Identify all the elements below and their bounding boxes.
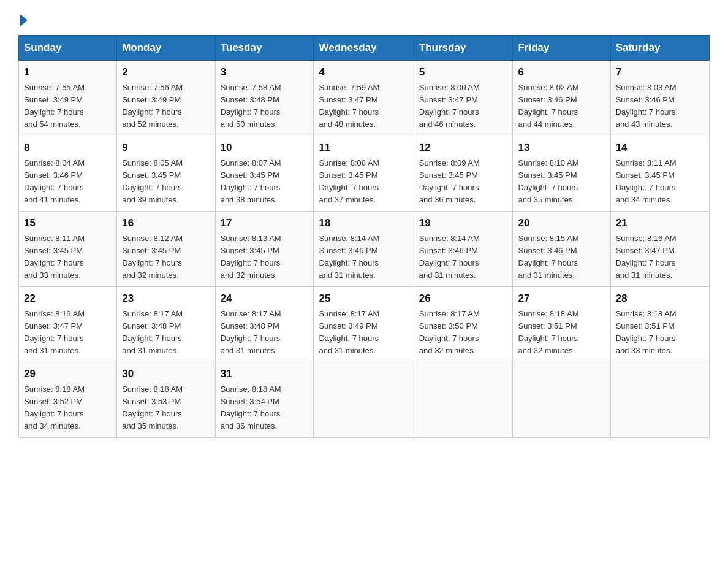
day-number: 30 xyxy=(122,366,210,382)
table-row: 15Sunrise: 8:11 AMSunset: 3:45 PMDayligh… xyxy=(19,212,117,287)
day-of-week-header: Monday xyxy=(117,36,215,61)
day-number: 12 xyxy=(419,140,508,156)
day-number: 18 xyxy=(319,215,408,231)
table-row: 22Sunrise: 8:16 AMSunset: 3:47 PMDayligh… xyxy=(19,287,117,362)
table-row xyxy=(414,362,513,438)
table-row: 10Sunrise: 8:07 AMSunset: 3:45 PMDayligh… xyxy=(215,136,314,212)
day-info: Sunrise: 8:18 AMSunset: 3:51 PMDaylight:… xyxy=(518,308,605,358)
day-info: Sunrise: 8:02 AMSunset: 3:46 PMDaylight:… xyxy=(518,82,605,131)
day-number: 7 xyxy=(616,64,704,80)
day-info: Sunrise: 8:18 AMSunset: 3:51 PMDaylight:… xyxy=(616,308,704,358)
day-number: 4 xyxy=(319,64,408,80)
table-row: 24Sunrise: 8:17 AMSunset: 3:48 PMDayligh… xyxy=(215,287,314,362)
day-number: 2 xyxy=(122,64,210,80)
day-info: Sunrise: 8:03 AMSunset: 3:46 PMDaylight:… xyxy=(616,82,704,131)
day-number: 26 xyxy=(419,291,508,307)
day-info: Sunrise: 8:18 AMSunset: 3:53 PMDaylight:… xyxy=(122,383,210,433)
day-info: Sunrise: 7:58 AMSunset: 3:48 PMDaylight:… xyxy=(221,82,309,131)
table-row: 30Sunrise: 8:18 AMSunset: 3:53 PMDayligh… xyxy=(117,362,215,438)
calendar-table: SundayMondayTuesdayWednesdayThursdayFrid… xyxy=(18,35,710,438)
day-info: Sunrise: 8:14 AMSunset: 3:46 PMDaylight:… xyxy=(419,232,508,282)
day-info: Sunrise: 7:55 AMSunset: 3:49 PMDaylight:… xyxy=(24,82,112,131)
day-info: Sunrise: 8:17 AMSunset: 3:48 PMDaylight:… xyxy=(122,308,210,358)
day-number: 14 xyxy=(616,140,704,156)
calendar-week-row: 29Sunrise: 8:18 AMSunset: 3:52 PMDayligh… xyxy=(19,362,710,438)
logo xyxy=(18,12,28,24)
day-number: 5 xyxy=(419,64,508,80)
day-info: Sunrise: 8:17 AMSunset: 3:50 PMDaylight:… xyxy=(419,308,508,358)
day-number: 27 xyxy=(518,291,605,307)
day-number: 21 xyxy=(616,215,704,231)
day-number: 28 xyxy=(616,291,704,307)
day-info: Sunrise: 8:00 AMSunset: 3:47 PMDaylight:… xyxy=(419,82,508,131)
table-row: 18Sunrise: 8:14 AMSunset: 3:46 PMDayligh… xyxy=(314,212,414,287)
table-row: 12Sunrise: 8:09 AMSunset: 3:45 PMDayligh… xyxy=(414,136,513,212)
day-number: 1 xyxy=(24,64,112,80)
day-number: 23 xyxy=(122,291,210,307)
day-info: Sunrise: 8:17 AMSunset: 3:49 PMDaylight:… xyxy=(319,308,408,358)
table-row: 8Sunrise: 8:04 AMSunset: 3:46 PMDaylight… xyxy=(19,136,117,212)
table-row: 2Sunrise: 7:56 AMSunset: 3:49 PMDaylight… xyxy=(117,61,215,136)
table-row: 14Sunrise: 8:11 AMSunset: 3:45 PMDayligh… xyxy=(610,136,709,212)
day-number: 3 xyxy=(221,64,309,80)
day-info: Sunrise: 7:56 AMSunset: 3:49 PMDaylight:… xyxy=(122,82,210,131)
logo-arrow-icon xyxy=(20,14,28,26)
day-of-week-header: Saturday xyxy=(610,36,709,61)
day-number: 22 xyxy=(24,291,112,307)
table-row xyxy=(610,362,709,438)
day-of-week-header: Tuesday xyxy=(215,36,314,61)
table-row: 1Sunrise: 7:55 AMSunset: 3:49 PMDaylight… xyxy=(19,61,117,136)
day-info: Sunrise: 8:16 AMSunset: 3:47 PMDaylight:… xyxy=(616,232,704,282)
day-number: 11 xyxy=(319,140,408,156)
day-info: Sunrise: 8:17 AMSunset: 3:48 PMDaylight:… xyxy=(221,308,309,358)
table-row: 19Sunrise: 8:14 AMSunset: 3:46 PMDayligh… xyxy=(414,212,513,287)
table-row: 6Sunrise: 8:02 AMSunset: 3:46 PMDaylight… xyxy=(513,61,610,136)
table-row: 13Sunrise: 8:10 AMSunset: 3:45 PMDayligh… xyxy=(513,136,610,212)
table-row: 27Sunrise: 8:18 AMSunset: 3:51 PMDayligh… xyxy=(513,287,610,362)
day-of-week-header: Sunday xyxy=(19,36,117,61)
table-row: 29Sunrise: 8:18 AMSunset: 3:52 PMDayligh… xyxy=(19,362,117,438)
day-info: Sunrise: 8:13 AMSunset: 3:45 PMDaylight:… xyxy=(221,232,309,282)
day-info: Sunrise: 8:11 AMSunset: 3:45 PMDaylight:… xyxy=(616,157,704,207)
day-number: 19 xyxy=(419,215,508,231)
day-number: 10 xyxy=(221,140,309,156)
day-number: 25 xyxy=(319,291,408,307)
table-row xyxy=(513,362,610,438)
day-info: Sunrise: 8:04 AMSunset: 3:46 PMDaylight:… xyxy=(24,157,112,207)
table-row: 4Sunrise: 7:59 AMSunset: 3:47 PMDaylight… xyxy=(314,61,414,136)
day-number: 8 xyxy=(24,140,112,156)
table-row: 9Sunrise: 8:05 AMSunset: 3:45 PMDaylight… xyxy=(117,136,215,212)
day-number: 24 xyxy=(221,291,309,307)
table-row: 7Sunrise: 8:03 AMSunset: 3:46 PMDaylight… xyxy=(610,61,709,136)
table-row: 17Sunrise: 8:13 AMSunset: 3:45 PMDayligh… xyxy=(215,212,314,287)
day-number: 13 xyxy=(518,140,605,156)
table-row: 11Sunrise: 8:08 AMSunset: 3:45 PMDayligh… xyxy=(314,136,414,212)
calendar-week-row: 1Sunrise: 7:55 AMSunset: 3:49 PMDaylight… xyxy=(19,61,710,136)
table-row: 5Sunrise: 8:00 AMSunset: 3:47 PMDaylight… xyxy=(414,61,513,136)
table-row: 31Sunrise: 8:18 AMSunset: 3:54 PMDayligh… xyxy=(215,362,314,438)
day-info: Sunrise: 8:05 AMSunset: 3:45 PMDaylight:… xyxy=(122,157,210,207)
day-info: Sunrise: 8:09 AMSunset: 3:45 PMDaylight:… xyxy=(419,157,508,207)
day-info: Sunrise: 8:18 AMSunset: 3:52 PMDaylight:… xyxy=(24,383,112,433)
day-number: 16 xyxy=(122,215,210,231)
day-info: Sunrise: 8:08 AMSunset: 3:45 PMDaylight:… xyxy=(319,157,408,207)
calendar-week-row: 8Sunrise: 8:04 AMSunset: 3:46 PMDaylight… xyxy=(19,136,710,212)
day-number: 29 xyxy=(24,366,112,382)
day-info: Sunrise: 8:15 AMSunset: 3:46 PMDaylight:… xyxy=(518,232,605,282)
day-info: Sunrise: 8:14 AMSunset: 3:46 PMDaylight:… xyxy=(319,232,408,282)
day-number: 15 xyxy=(24,215,112,231)
table-row xyxy=(314,362,414,438)
day-number: 9 xyxy=(122,140,210,156)
calendar-header-row: SundayMondayTuesdayWednesdayThursdayFrid… xyxy=(19,36,710,61)
day-info: Sunrise: 8:11 AMSunset: 3:45 PMDaylight:… xyxy=(24,232,112,282)
day-number: 6 xyxy=(518,64,605,80)
day-info: Sunrise: 8:07 AMSunset: 3:45 PMDaylight:… xyxy=(221,157,309,207)
day-info: Sunrise: 7:59 AMSunset: 3:47 PMDaylight:… xyxy=(319,82,408,131)
table-row: 28Sunrise: 8:18 AMSunset: 3:51 PMDayligh… xyxy=(610,287,709,362)
table-row: 16Sunrise: 8:12 AMSunset: 3:45 PMDayligh… xyxy=(117,212,215,287)
calendar-week-row: 22Sunrise: 8:16 AMSunset: 3:47 PMDayligh… xyxy=(19,287,710,362)
table-row: 25Sunrise: 8:17 AMSunset: 3:49 PMDayligh… xyxy=(314,287,414,362)
calendar-week-row: 15Sunrise: 8:11 AMSunset: 3:45 PMDayligh… xyxy=(19,212,710,287)
day-info: Sunrise: 8:16 AMSunset: 3:47 PMDaylight:… xyxy=(24,308,112,358)
day-info: Sunrise: 8:10 AMSunset: 3:45 PMDaylight:… xyxy=(518,157,605,207)
